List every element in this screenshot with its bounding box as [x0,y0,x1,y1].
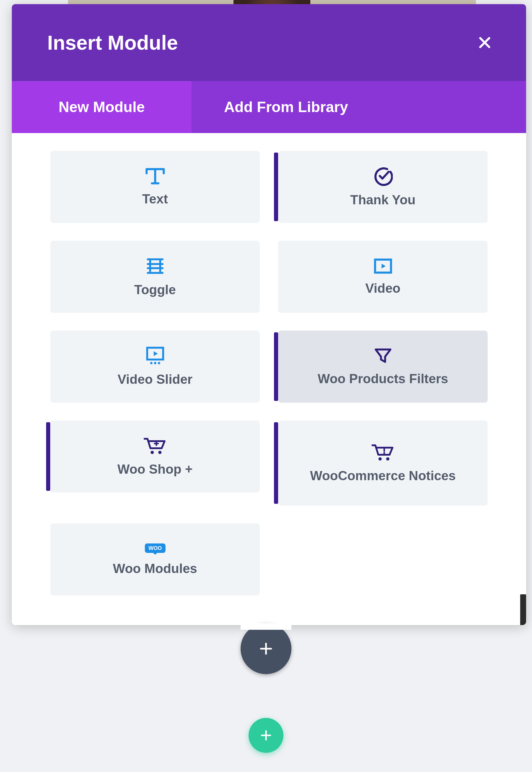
module-text[interactable]: Text [50,151,260,223]
module-video-slider[interactable]: Video Slider [50,330,260,403]
svg-point-2 [150,362,153,364]
modal-header: Insert Module [12,4,526,81]
accent-bar [46,422,50,491]
accent-bar [274,422,278,504]
module-label: WooCommerce Notices [301,468,465,484]
svg-point-5 [150,451,154,454]
module-woo-products-filters[interactable]: Woo Products Filters [278,330,488,403]
video-icon [373,258,393,274]
tab-label: New Module [59,98,145,116]
plus-icon [258,641,274,656]
woo-badge-icon: WOO [144,543,166,555]
video-slider-icon [145,346,166,365]
check-circle-icon [373,166,393,186]
add-row-button[interactable] [249,718,283,753]
svg-point-3 [154,362,156,364]
module-toggle[interactable]: Toggle [50,241,260,313]
svg-point-4 [158,362,160,364]
accent-bar [274,332,278,401]
module-woo-modules[interactable]: WOO Woo Modules [50,523,260,596]
svg-text:WOO: WOO [148,545,162,551]
cart-plus-icon [143,437,168,455]
module-label: Thank You [341,192,424,207]
insert-module-modal: Insert Module New Module Add From Librar… [12,4,526,625]
module-label: Woo Modules [104,561,206,576]
svg-point-8 [386,457,389,460]
scrollbar-thumb[interactable] [520,594,526,625]
tab-new-module[interactable]: New Module [12,81,192,133]
svg-point-7 [378,457,382,460]
module-label: Toggle [125,282,185,297]
module-label: Text [133,192,177,207]
modal-body: Text Thank You Toggle [12,133,526,625]
tab-add-from-library[interactable]: Add From Library [192,81,526,133]
svg-point-6 [158,451,161,454]
module-label: Woo Shop + [108,462,202,477]
module-woocommerce-notices[interactable]: WooCommerce Notices [278,421,488,506]
module-thank-you[interactable]: Thank You [278,151,488,223]
close-button[interactable] [473,31,497,54]
cart-alert-icon [371,443,395,462]
svg-point-9 [383,452,385,454]
close-icon [477,35,492,50]
tab-label: Add From Library [224,98,348,116]
modal-tabs: New Module Add From Library [12,81,526,133]
module-grid: Text Thank You Toggle [50,151,488,596]
plus-icon [259,729,273,742]
module-label: Woo Products Filters [309,371,457,387]
funnel-icon [373,347,393,365]
modal-title: Insert Module [47,31,178,54]
module-video[interactable]: Video [278,241,488,313]
accent-bar [274,153,278,221]
toggle-icon [145,256,166,276]
module-label: Video Slider [109,372,202,387]
module-woo-shop-plus[interactable]: Woo Shop + [50,421,260,493]
add-section-button[interactable] [241,623,291,674]
module-label: Video [356,281,409,296]
text-icon [145,167,165,185]
